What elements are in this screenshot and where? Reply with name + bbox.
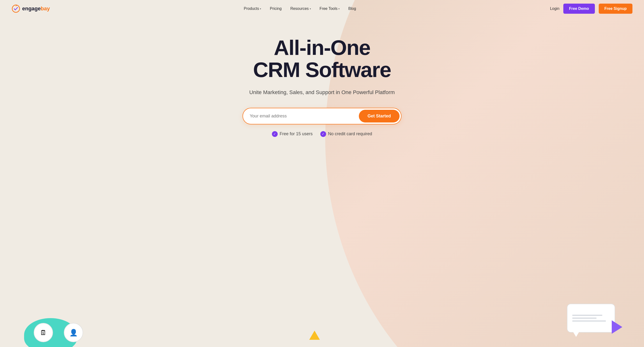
bubble-line-3 [572, 321, 606, 322]
nav-actions: Login Free Demo Free Signup [550, 3, 632, 14]
teal-blob [24, 318, 77, 347]
email-form: Get Started [242, 108, 402, 124]
email-input[interactable] [250, 114, 359, 119]
logo-text: engagebay [22, 5, 50, 12]
nav-pricing[interactable]: Pricing [270, 6, 282, 11]
login-button[interactable]: Login [550, 6, 560, 11]
logo[interactable]: engagebay [12, 4, 50, 13]
free-signup-button[interactable]: Free Signup [599, 3, 632, 14]
resources-chevron-icon: ▾ [310, 7, 311, 10]
badge-free-users: ✓ Free for 15 users [272, 131, 312, 137]
hero-title: All-in-One CRM Software [253, 36, 391, 81]
logo-icon [12, 4, 20, 13]
nav-resources[interactable]: Resources ▾ [290, 6, 311, 11]
nav-blog[interactable]: Blog [348, 6, 356, 11]
speech-bubble-decoration [567, 304, 615, 333]
free-demo-button[interactable]: Free Demo [563, 3, 595, 14]
triangle-purple-decoration [612, 320, 622, 334]
check-icon-2: ✓ [320, 131, 326, 137]
nav-links: Products ▾ Pricing Resources ▾ Free Tool… [244, 6, 356, 11]
bottom-decorations: 🗓 👤 [0, 299, 644, 347]
badge-no-credit-card: ✓ No credit card required [320, 131, 372, 137]
triangle-yellow-decoration [309, 331, 320, 340]
free-tools-chevron-icon: ▾ [338, 7, 340, 10]
products-chevron-icon: ▾ [260, 7, 261, 10]
circle-icon-support: 👤 [64, 323, 83, 342]
bubble-line-2 [572, 318, 596, 319]
circle-icon-schedule: 🗓 [34, 323, 53, 342]
nav-products[interactable]: Products ▾ [244, 6, 261, 11]
get-started-button[interactable]: Get Started [359, 110, 400, 122]
hero-section: All-in-One CRM Software Unite Marketing,… [0, 17, 644, 347]
trust-badges: ✓ Free for 15 users ✓ No credit card req… [272, 131, 372, 137]
nav-free-tools[interactable]: Free Tools ▾ [320, 6, 340, 11]
hero-subtitle: Unite Marketing, Sales, and Support in O… [249, 88, 395, 96]
bubble-line-1 [572, 315, 602, 316]
check-icon-1: ✓ [272, 131, 278, 137]
navbar: engagebay Products ▾ Pricing Resources ▾… [0, 0, 644, 17]
